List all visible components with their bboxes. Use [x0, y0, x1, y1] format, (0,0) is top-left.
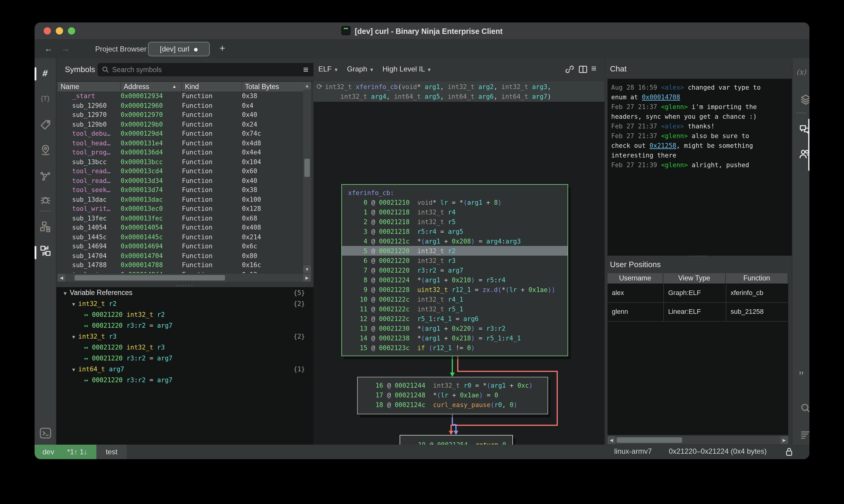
column-header-view-type[interactable]: View Type [663, 273, 726, 284]
symbol-row[interactable]: sub_147040x000014704Function0x80 [57, 251, 303, 260]
hlil-line-14[interactable]: 14 @ 00021238 *(arg1 + 0x218) = r5_1:r4_… [342, 333, 568, 343]
hlil-line-11[interactable]: 11 @ 0002122c int32_t r5_1 [342, 304, 568, 314]
hlil-line-10[interactable]: 10 @ 0002122c int32_t r4_1 [342, 294, 568, 304]
symbol-row[interactable]: tool_read…0x000013d34Function0x40 [57, 176, 303, 185]
user-positions-icon[interactable] [794, 148, 809, 162]
chat-bubbles-icon[interactable] [794, 124, 809, 138]
tag-icon[interactable] [35, 119, 56, 133]
user-positions-header[interactable]: UsernameView TypeFunction [607, 273, 788, 284]
basic-block-return[interactable]: 19 @ 00021254 return 0 [400, 435, 513, 445]
lock-icon[interactable] [784, 447, 794, 458]
hlil-line-9[interactable]: 9 @ 00021228 uint32_t r12_1 = zx.d(*(lr … [342, 285, 568, 294]
view-mode-elf[interactable]: ELF ▼ [318, 65, 339, 73]
terminal-icon[interactable] [35, 427, 56, 442]
chat-messages[interactable]: Aug 28 16:59 <alex> changed var type toe… [607, 79, 792, 256]
hlil-line-17[interactable]: 17 @ 00021248 *(lr + 0x1ae) = 0 [358, 390, 548, 400]
user-position-row[interactable]: alexGraph:ELFxferinfo_cb [607, 284, 788, 303]
hlil-line-15[interactable]: 15 @ 0002123c if (r12_1 != 0) [342, 343, 568, 353]
snippets-quote-icon[interactable]: ” [792, 372, 809, 382]
link-icon[interactable] [565, 64, 575, 76]
column-header-username[interactable]: Username [607, 273, 663, 284]
variables-icon[interactable]: (x) [792, 68, 809, 76]
hlil-line-2[interactable]: 2 @ 00021218 int32_t r5 [342, 217, 568, 227]
branch-segment[interactable]: dev *1↑ 1↓ [35, 445, 97, 459]
xref-item-row[interactable]: ↦ 00021220 r3:r2 = arg7 [56, 353, 313, 363]
xref-group-row[interactable]: ▼int32_t r2{2} [56, 298, 313, 309]
hlil-line-4[interactable]: 4 @ 0002121c *(arg1 + 0x208) = arg4:arg3 [342, 236, 568, 246]
symbol-row[interactable]: _start0x000012934Function0x38 [57, 91, 303, 101]
symbol-row[interactable]: sub_129700x000012970Function0x40 [57, 110, 303, 120]
hlil-line-3[interactable]: 3 @ 00021218 r5:r4 = arg5 [342, 227, 568, 236]
symbol-row[interactable]: sub_146940x000014694Function0x6c [57, 242, 303, 251]
symbol-row[interactable]: tool_head…0x0000131e4Function0x4d8 [57, 139, 303, 148]
view-mode-high-level-il[interactable]: High Level IL ▼ [383, 65, 432, 73]
search-symbols-input[interactable]: Search symbols [98, 63, 322, 76]
symbol-row[interactable]: sub_13dac0x000013dacFunction0x100 [57, 195, 303, 204]
view-menu-icon[interactable]: ≡ [591, 63, 597, 73]
symbol-row[interactable]: tool_mime…0x0000148f4Function0x12c [57, 270, 303, 273]
find-magnifier-icon[interactable] [795, 402, 809, 417]
symbol-row[interactable]: sub_13bcc0x000013bccFunction0x104 [57, 157, 303, 167]
hlil-line-7[interactable]: 7 @ 00021220 r3:r2 = arg7 [342, 265, 568, 275]
hlil-line-16[interactable]: 16 @ 00021244 int32_t r0 = *(arg1 + 0xc) [358, 380, 548, 390]
symbol-row[interactable]: tool_read…0x000013cd4Function0x60 [57, 167, 303, 176]
hlil-graph[interactable]: xferinfo_cb:0 @ 00021210 void* lr = *(ar… [313, 102, 604, 445]
symbol-row[interactable]: sub_129b00x0000129b0Function0x24 [57, 120, 303, 129]
hlil-line-12[interactable]: 12 @ 0002122c r5_1:r4_1 = arg6 [342, 314, 568, 323]
symbol-row[interactable]: sub_147880x000014788Function0x16c [57, 260, 303, 270]
stack-layers-icon[interactable] [795, 93, 809, 108]
symbol-row[interactable]: sub_1445c0x00001445cFunction0x214 [57, 232, 303, 242]
symbols-menu-icon[interactable]: ≡ [303, 64, 309, 74]
back-arrow-icon[interactable]: ← [44, 43, 53, 53]
tab-project-browser[interactable]: Project Browser [95, 45, 147, 53]
symbol-row[interactable]: tool_writ…0x000013ec0Function0x128 [57, 204, 303, 214]
xref-item-row[interactable]: ↦ 00021220 int32_t r2 [56, 309, 313, 320]
symbol-row[interactable]: sub_129600x000012960Function0x4 [57, 101, 303, 110]
log-lines-icon[interactable] [795, 429, 809, 444]
sync-icon[interactable] [35, 245, 56, 259]
column-header-name[interactable]: Name [57, 82, 121, 91]
debugger-bug-icon[interactable] [35, 194, 56, 209]
branch-test[interactable]: test [97, 445, 127, 459]
column-header-total-bytes[interactable]: Total Bytes [242, 82, 311, 91]
view-mode-graph[interactable]: Graph ▼ [347, 65, 374, 73]
address-link[interactable]: 0x21258 [649, 142, 676, 149]
address-link[interactable]: 0x00014708 [642, 93, 680, 101]
basic-block-entry[interactable]: xferinfo_cb:0 @ 00021210 void* lr = *(ar… [341, 184, 568, 356]
symbols-vscrollbar[interactable]: ▲ ▼ [303, 82, 311, 273]
symbols-hash-icon[interactable]: # [35, 68, 56, 78]
hlil-line-18[interactable]: 18 @ 0002124c curl_easy_pause(r0, 0) [358, 400, 548, 410]
xref-item-row[interactable]: ↦ 00021220 int32_t r3 [56, 342, 313, 353]
basic-block-true[interactable]: 16 @ 00021244 int32_t r0 = *(arg1 + 0xc)… [357, 377, 548, 414]
refresh-icon[interactable]: ⟳ [316, 82, 323, 91]
symbol-row[interactable]: tool_prog…0x0000136d4Function0x4e4 [57, 148, 303, 157]
hlil-line-19[interactable]: 19 @ 00021254 return 0 [400, 440, 512, 445]
split-view-icon[interactable] [578, 64, 588, 76]
types-icon[interactable]: {T} [35, 94, 56, 102]
xref-group-row[interactable]: ▼int64_t arg7{1} [56, 363, 313, 374]
xref-group-row[interactable]: ▼int32_t r3{2} [56, 331, 313, 342]
symbol-row[interactable]: tool_debu…0x0000129d4Function0x74c [57, 129, 303, 139]
xref-section-row[interactable]: ▼Variable References{5} [56, 287, 313, 298]
symbol-row[interactable]: sub_140540x000014054Function0x408 [57, 223, 303, 232]
new-tab-button[interactable]: + [220, 43, 225, 54]
cross-references-icon[interactable] [35, 169, 56, 184]
xref-item-row[interactable]: ↦ 00021220 r3:r2 = arg7 [56, 320, 313, 331]
column-header-kind[interactable]: Kind [182, 82, 242, 91]
symbol-row[interactable]: sub_13fec0x000013fecFunction0x68 [57, 214, 303, 223]
hlil-line-5[interactable]: 5 @ 00021220 int32_t r2 [342, 246, 568, 256]
forward-arrow-icon[interactable]: → [61, 43, 70, 53]
hlil-line-1[interactable]: 1 @ 00021218 int32_t r4 [342, 207, 568, 217]
column-header-function[interactable]: Function [726, 273, 788, 284]
xref-item-row[interactable]: ↦ 00021220 r3:r2 = arg7 [56, 374, 313, 385]
hlil-line-13[interactable]: 13 @ 00021230 *(arg1 + 0x220) = r3:r2 [342, 323, 568, 333]
hlil-line-6[interactable]: 6 @ 00021220 int32_t r3 [342, 256, 568, 265]
userpos-hscrollbar[interactable]: ◀ ▶ [607, 436, 788, 444]
hlil-line-8[interactable]: 8 @ 00021224 *(arg1 + 0x210) = r5:r4 [342, 275, 568, 285]
user-position-row[interactable]: glennLinear:ELFsub_21258 [607, 302, 788, 322]
hlil-line-0[interactable]: 0 @ 00021210 void* lr = *(arg1 + 8) [342, 197, 568, 207]
mini-graph-icon[interactable] [35, 220, 56, 235]
tab-dev-curl[interactable]: [dev] curl [148, 42, 210, 56]
symbols-table-header[interactable]: NameAddress ▲KindTotal Bytes [57, 82, 311, 91]
bookmark-pin-icon[interactable] [35, 144, 56, 159]
